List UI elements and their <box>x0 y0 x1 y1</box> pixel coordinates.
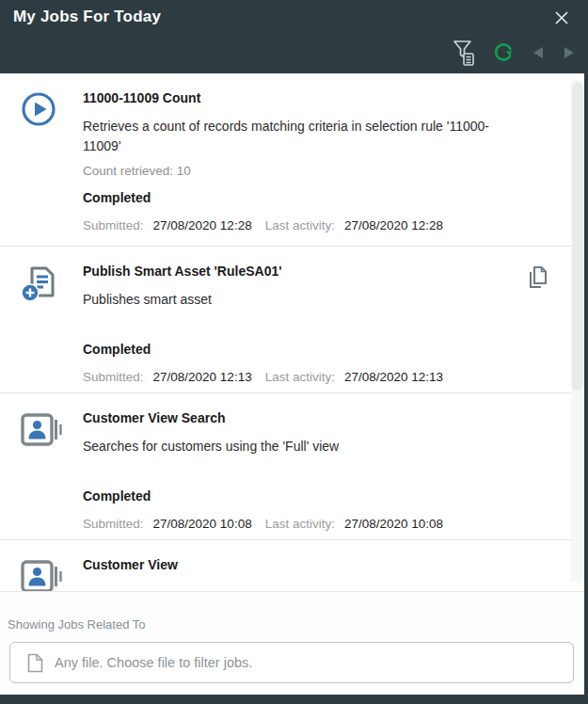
job-meta: Submitted:27/08/2020 10:08Last activity:… <box>83 516 552 532</box>
job-description: Publishes smart asset <box>83 290 525 310</box>
play-circle-icon <box>21 90 64 127</box>
file-icon <box>27 653 43 673</box>
job-title: Publish Smart Asset 'RuleSA01' <box>83 264 552 280</box>
last-activity-value: 27/08/2020 12:28 <box>344 218 443 232</box>
window-bottom-bar <box>0 695 588 704</box>
showing-jobs-related-to-label: Showing Jobs Related To <box>8 617 145 632</box>
job-item-customer-view[interactable]: Customer View <box>0 540 584 591</box>
copy-job-button[interactable] <box>528 265 548 290</box>
window-right-edge <box>584 0 588 704</box>
publish-smart-asset-icon <box>21 264 64 304</box>
jobs-toolbar <box>453 40 577 66</box>
job-result: Count retrieved: 10 <box>83 164 552 179</box>
job-item-count[interactable]: 11000-11009 Count Retrieves a count of r… <box>0 73 584 247</box>
next-page-button[interactable] <box>562 46 577 59</box>
job-title: Customer View Search <box>83 410 552 426</box>
last-activity-label: Last activity: <box>265 517 335 531</box>
customer-view-icon <box>21 410 64 449</box>
job-list: 11000-11009 Count Retrieves a count of r… <box>0 73 584 591</box>
refresh-jobs-button[interactable] <box>492 41 515 64</box>
chevron-right-icon <box>562 46 577 59</box>
last-activity-value: 27/08/2020 10:08 <box>344 517 443 531</box>
job-status: Completed <box>83 342 552 358</box>
submitted-label: Submitted: <box>83 517 144 531</box>
job-title: Customer View <box>83 557 552 573</box>
filter-icon <box>453 40 476 66</box>
filter-jobs-button[interactable] <box>453 40 476 66</box>
job-description: Searches for customers using the 'Full' … <box>83 437 525 456</box>
job-item-customer-search[interactable]: Customer View Search Searches for custom… <box>0 393 584 540</box>
previous-page-button[interactable] <box>531 46 546 59</box>
job-meta: Submitted:27/08/2020 12:13Last activity:… <box>83 369 552 385</box>
footer: Showing Jobs Related To <box>0 591 584 695</box>
submitted-value: 27/08/2020 12:28 <box>153 218 252 232</box>
close-button[interactable] <box>552 8 571 27</box>
chevron-left-icon <box>531 46 546 59</box>
scrollbar-thumb[interactable] <box>572 82 583 391</box>
customer-view-icon <box>21 557 64 591</box>
refresh-icon <box>492 41 515 64</box>
submitted-label: Submitted: <box>83 218 144 232</box>
job-status: Completed <box>83 488 552 504</box>
submitted-value: 27/08/2020 12:13 <box>153 370 252 384</box>
job-status: Completed <box>83 190 552 206</box>
copy-icon <box>528 265 548 290</box>
file-filter-input[interactable] <box>55 655 573 670</box>
panel-title: My Jobs For Today <box>13 8 161 26</box>
file-filter-field[interactable] <box>9 642 574 683</box>
job-title: 11000-11009 Count <box>83 90 552 106</box>
job-result <box>83 464 552 477</box>
last-activity-label: Last activity: <box>265 370 335 384</box>
job-item-publish[interactable]: Publish Smart Asset 'RuleSA01' Publishes… <box>0 247 584 393</box>
last-activity-label: Last activity: <box>265 218 335 232</box>
job-description: Retrieves a count of records matching cr… <box>83 117 525 156</box>
panel-header: My Jobs For Today <box>0 0 588 73</box>
submitted-label: Submitted: <box>83 370 144 384</box>
submitted-value: 27/08/2020 10:08 <box>153 517 252 531</box>
last-activity-value: 27/08/2020 12:13 <box>344 370 443 384</box>
job-meta: Submitted:27/08/2020 12:28Last activity:… <box>83 217 552 233</box>
scrollbar-track[interactable] <box>571 80 584 582</box>
close-icon <box>552 8 571 27</box>
job-result <box>83 317 552 330</box>
